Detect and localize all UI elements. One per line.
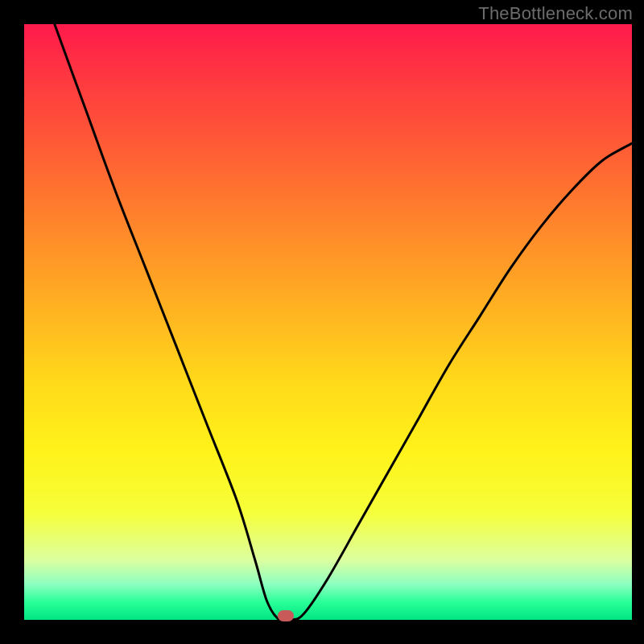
- chart-frame: TheBottleneck.com: [0, 0, 644, 644]
- valley-marker: [278, 610, 294, 621]
- watermark-text: TheBottleneck.com: [478, 3, 633, 24]
- plot-gradient-background: [24, 24, 632, 620]
